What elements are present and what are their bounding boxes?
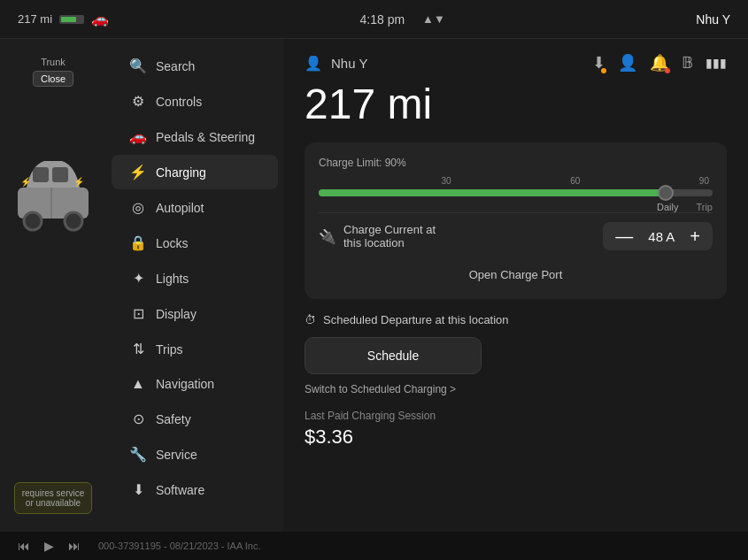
nav-item-pedals[interactable]: 🚗 Pedals & Steering bbox=[112, 119, 278, 154]
bluetooth-icon: 𝔹 bbox=[682, 53, 693, 73]
svg-text:⚡: ⚡ bbox=[73, 176, 85, 188]
charge-scale: 30 60 90 bbox=[319, 176, 713, 186]
nav-item-lights[interactable]: ✦ Lights bbox=[112, 261, 278, 295]
charge-section: Charge Limit: 90% 30 60 90 Daily Trip bbox=[305, 142, 727, 299]
next-button[interactable]: ⏭ bbox=[68, 539, 81, 553]
nav-label-navigation: Navigation bbox=[156, 377, 214, 391]
nav-item-autopilot[interactable]: ◎ Autopilot bbox=[112, 190, 278, 225]
search-icon: 🔍 bbox=[129, 58, 147, 74]
charge-current-label: 🔌 Charge Current at this location bbox=[319, 223, 436, 249]
status-bar-center: 4:18 pm ▲▼ bbox=[123, 12, 682, 27]
car-sidebar: Trunk Close ⚡ ⚡ require bbox=[0, 39, 106, 532]
charging-icon: ⚡ bbox=[129, 164, 147, 180]
scale-90: 90 bbox=[699, 176, 709, 186]
svg-rect-1 bbox=[33, 167, 49, 182]
status-bar-right: Nhu Y bbox=[696, 12, 730, 27]
trips-icon: ⇅ bbox=[129, 341, 147, 357]
charge-labels: Daily Trip bbox=[319, 202, 713, 212]
service-badge: requires service or unavailable bbox=[14, 482, 93, 514]
nav-label-trips: Trips bbox=[156, 342, 183, 357]
controls-icon: ⚙ bbox=[129, 93, 147, 110]
open-charge-port: Open Charge Port bbox=[319, 259, 713, 285]
prev-button[interactable]: ⏮ bbox=[18, 539, 30, 553]
svg-rect-2 bbox=[52, 167, 68, 182]
person-icon: 👤 bbox=[618, 53, 637, 73]
nav-item-trips[interactable]: ⇅ Trips bbox=[112, 332, 278, 366]
trip-label: Trip bbox=[696, 202, 713, 212]
scheduled-section: ⏱ Scheduled Departure at this location S… bbox=[305, 313, 727, 395]
nav-label-display: Display bbox=[156, 307, 197, 321]
nav-label-lights: Lights bbox=[156, 272, 189, 286]
autopilot-icon: ◎ bbox=[129, 199, 147, 216]
header-icons: ⬇ 👤 🔔 𝔹 ▮▮▮ bbox=[592, 53, 727, 73]
charge-decrease-button[interactable]: — bbox=[615, 227, 633, 245]
nav-label-software: Software bbox=[156, 483, 204, 497]
nav-item-charging[interactable]: ⚡ Charging bbox=[112, 155, 278, 189]
nav-item-software[interactable]: ⬇ Software bbox=[112, 472, 278, 507]
user-avatar-icon: 👤 bbox=[305, 55, 322, 72]
bell-icon: 🔔 bbox=[650, 53, 669, 73]
svg-point-4 bbox=[65, 212, 82, 230]
nav-label-pedals: Pedals & Steering bbox=[156, 130, 255, 144]
play-button[interactable]: ▶ bbox=[44, 539, 54, 553]
nav-item-controls[interactable]: ⚙ Controls bbox=[112, 84, 278, 119]
battery-indicator bbox=[59, 15, 84, 24]
nav-label-autopilot: Autopilot bbox=[156, 201, 204, 215]
user-name-status: Nhu Y bbox=[696, 12, 730, 27]
signal-icon: ▮▮▮ bbox=[706, 56, 727, 70]
bottom-info: 000-37391195 - 08/21/2023 - IAA Inc. bbox=[98, 541, 260, 551]
nav-item-safety[interactable]: ⊙ Safety bbox=[112, 402, 278, 436]
nav-label-safety: Safety bbox=[156, 412, 191, 426]
main-content: 👤 Nhu Y ⬇ 👤 🔔 𝔹 ▮▮▮ 217 mi Charge Limit: bbox=[283, 39, 748, 532]
charge-thumb[interactable] bbox=[658, 185, 674, 201]
switch-charging-link[interactable]: Switch to Scheduled Charging > bbox=[305, 383, 727, 395]
trunk-label: Trunk Close bbox=[33, 57, 73, 90]
scheduled-label: ⏱ Scheduled Departure at this location bbox=[305, 313, 727, 326]
trunk-close-button[interactable]: Close bbox=[33, 71, 73, 87]
range-value: 217 mi bbox=[305, 80, 727, 128]
plug-icon: 🔌 bbox=[319, 228, 336, 245]
playback-controls: ⏮ ▶ ⏭ bbox=[18, 539, 81, 553]
charge-current-row: 🔌 Charge Current at this location — 48 A… bbox=[319, 212, 713, 259]
locks-icon: 🔒 bbox=[129, 234, 147, 251]
charge-controls: — 48 A + bbox=[603, 222, 713, 250]
charge-track[interactable] bbox=[319, 189, 713, 196]
daily-label: Daily bbox=[657, 202, 678, 212]
svg-point-3 bbox=[24, 212, 42, 230]
nav-item-navigation[interactable]: ▲ Navigation bbox=[112, 367, 278, 401]
download-icon: ⬇ bbox=[592, 53, 605, 73]
main-layout: Trunk Close ⚡ ⚡ require bbox=[0, 39, 748, 532]
clock-icon: ⏱ bbox=[305, 313, 316, 326]
charge-increase-button[interactable]: + bbox=[690, 227, 700, 245]
lights-icon: ✦ bbox=[129, 270, 147, 287]
nav-item-search[interactable]: 🔍 Search bbox=[112, 49, 278, 83]
connectivity-icon: ▲▼ bbox=[422, 12, 445, 26]
navigation-icon: ▲ bbox=[129, 376, 147, 392]
display-icon: ⊡ bbox=[129, 305, 147, 322]
clock: 4:18 pm bbox=[360, 12, 405, 27]
nav-item-locks[interactable]: 🔒 Locks bbox=[112, 226, 278, 260]
nav-label-search: Search bbox=[156, 59, 195, 73]
charge-limit-label: Charge Limit: 90% bbox=[319, 157, 713, 169]
schedule-button[interactable]: Schedule bbox=[305, 337, 482, 374]
nav-label-charging: Charging bbox=[156, 165, 206, 180]
nav-label-locks: Locks bbox=[156, 236, 189, 250]
status-bar-left: 217 mi 🚗 bbox=[18, 11, 109, 27]
car-icon: 🚗 bbox=[91, 11, 109, 27]
nav-item-service[interactable]: 🔧 Service bbox=[112, 437, 278, 472]
user-display-name: Nhu Y bbox=[331, 56, 367, 71]
scale-60: 60 bbox=[570, 176, 580, 186]
status-bar: 217 mi 🚗 4:18 pm ▲▼ Nhu Y bbox=[0, 0, 748, 39]
scale-30: 30 bbox=[442, 176, 451, 186]
car-image: ⚡ ⚡ bbox=[13, 117, 93, 262]
nav-label-controls: Controls bbox=[156, 95, 202, 109]
svg-text:⚡: ⚡ bbox=[20, 176, 32, 188]
content-header: 👤 Nhu Y ⬇ 👤 🔔 𝔹 ▮▮▮ bbox=[305, 53, 727, 73]
nav-item-display[interactable]: ⊡ Display bbox=[112, 296, 278, 331]
last-session-label: Last Paid Charging Session bbox=[305, 410, 727, 422]
pedals-icon: 🚗 bbox=[129, 128, 147, 145]
bottom-bar: ⏮ ▶ ⏭ 000-37391195 - 08/21/2023 - IAA In… bbox=[0, 532, 748, 560]
last-session: Last Paid Charging Session $3.36 bbox=[305, 410, 727, 449]
service-icon: 🔧 bbox=[129, 446, 147, 463]
safety-icon: ⊙ bbox=[129, 410, 147, 427]
